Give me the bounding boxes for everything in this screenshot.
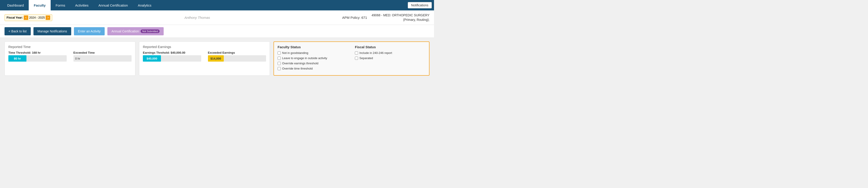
- nav-activities[interactable]: Activities: [70, 0, 93, 10]
- checkbox-leave-outside-label: Leave to engage in outside activity: [282, 56, 327, 60]
- fiscal-year-prev-button[interactable]: <: [24, 16, 28, 20]
- navbar: Dashboard Faculty Forms Activities Annua…: [0, 0, 434, 10]
- nav-forms[interactable]: Forms: [51, 0, 70, 10]
- time-bar-container: 80 hr: [8, 55, 67, 62]
- exceeded-time-value: 0 hr: [73, 57, 80, 60]
- checkbox-separated-label: Separated: [360, 56, 373, 60]
- reported-time-title: Reported Time: [8, 45, 131, 49]
- notifications-button[interactable]: Notifications: [408, 2, 432, 8]
- faculty-name: Anthony Thomas: [57, 16, 338, 20]
- checkbox-override-earnings-input[interactable]: [278, 62, 281, 65]
- time-bar-fill: 80 hr: [8, 55, 26, 62]
- faculty-status-col: Faculty Status Not in goodstanding Leave…: [278, 45, 348, 72]
- checkbox-include-report-input[interactable]: [355, 51, 358, 55]
- exceeded-time-col: Exceeded Time 0 hr: [73, 51, 132, 62]
- exceeded-earnings-col: Exceeded Earnings $14,000: [208, 51, 266, 62]
- earnings-threshold-label: Earnings Threhold: $40,000.00: [143, 51, 201, 54]
- subheader: Fiscal Year: < 2024 - 2025 > Anthony Tho…: [0, 10, 434, 25]
- nav-dashboard[interactable]: Dashboard: [2, 0, 29, 10]
- time-threshold-label: Time Threshold: 168 hr: [8, 51, 67, 54]
- checkbox-override-time-label: Override time threshold: [282, 67, 313, 70]
- reported-time-card: Reported Time Time Threshold: 168 hr 80 …: [4, 42, 135, 76]
- fiscal-status-title: Fiscal Status: [355, 45, 426, 49]
- reported-earnings-title: Reported Earnings: [143, 45, 266, 49]
- checkbox-override-earnings: Override earnings threshold: [278, 62, 348, 65]
- checkbox-override-earnings-label: Override earnings threshold: [282, 62, 318, 65]
- fiscal-year-next-button[interactable]: >: [46, 16, 50, 20]
- enter-activity-button[interactable]: Enter an Activity: [74, 27, 105, 35]
- faculty-status-title: Faculty Status: [278, 45, 348, 49]
- nav-annual-certification[interactable]: Annual Certification: [94, 0, 133, 10]
- exceeded-earnings-bar-fill: $14,000: [208, 55, 224, 62]
- nav-faculty[interactable]: Faculty: [29, 0, 51, 10]
- earnings-bar-fill: $40,000: [143, 55, 161, 62]
- annual-certification-button[interactable]: Annual Certification Not Submitted: [107, 27, 164, 35]
- checkbox-leave-outside: Leave to engage in outside activity: [278, 56, 348, 60]
- fiscal-year-value: 2024 - 2025: [29, 16, 45, 19]
- nav-analytics[interactable]: Analytics: [133, 0, 156, 10]
- checkbox-include-report: Include in 240-246 report: [355, 51, 426, 55]
- earnings-bar-container: $40,000: [143, 55, 201, 62]
- earnings-threshold-col: Earnings Threhold: $40,000.00 $40,000: [143, 51, 201, 62]
- checkbox-separated-input[interactable]: [355, 57, 358, 60]
- checkbox-include-report-label: Include in 240-246 report: [360, 51, 392, 55]
- main-content: Reported Time Time Threshold: 168 hr 80 …: [0, 38, 434, 79]
- time-threshold-col: Time Threshold: 168 hr 80 hr: [8, 51, 67, 62]
- checkbox-separated: Separated: [355, 56, 426, 60]
- manage-notifications-button[interactable]: Manage Notifications: [33, 27, 71, 35]
- exceeded-earnings-bar-container: $14,000: [208, 55, 266, 62]
- checkbox-not-goodstanding: Not in goodstanding: [278, 51, 348, 55]
- checkbox-override-time-input[interactable]: [278, 67, 281, 70]
- status-card: Faculty Status Not in goodstanding Leave…: [274, 42, 430, 76]
- not-submitted-badge: Not Submitted: [141, 29, 160, 33]
- exceeded-time-bar-container: 0 hr: [73, 55, 132, 62]
- apm-policy: APM Policy: 671: [342, 16, 367, 20]
- department-info: 49068 - MED: ORTHOPEDIC SURGERY (Primary…: [372, 13, 430, 22]
- reported-earnings-card: Reported Earnings Earnings Threhold: $40…: [139, 42, 270, 76]
- exceeded-earnings-label: Exceeded Earnings: [208, 51, 266, 54]
- action-row: < Back to list Manage Notifications Ente…: [0, 25, 434, 38]
- exceeded-time-label: Exceeded Time: [73, 51, 132, 54]
- checkbox-not-goodstanding-input[interactable]: [278, 51, 281, 55]
- checkbox-override-time: Override time threshold: [278, 67, 348, 70]
- checkbox-not-goodstanding-label: Not in goodstanding: [282, 51, 308, 55]
- fiscal-year-label: Fiscal Year:: [6, 16, 23, 19]
- fiscal-status-col: Fiscal Status Include in 240-246 report …: [355, 45, 426, 72]
- checkbox-leave-outside-input[interactable]: [278, 57, 281, 60]
- back-to-list-button[interactable]: < Back to list: [4, 27, 31, 35]
- annual-certification-label: Annual Certification: [112, 29, 139, 33]
- fiscal-year-selector: Fiscal Year: < 2024 - 2025 >: [4, 14, 52, 21]
